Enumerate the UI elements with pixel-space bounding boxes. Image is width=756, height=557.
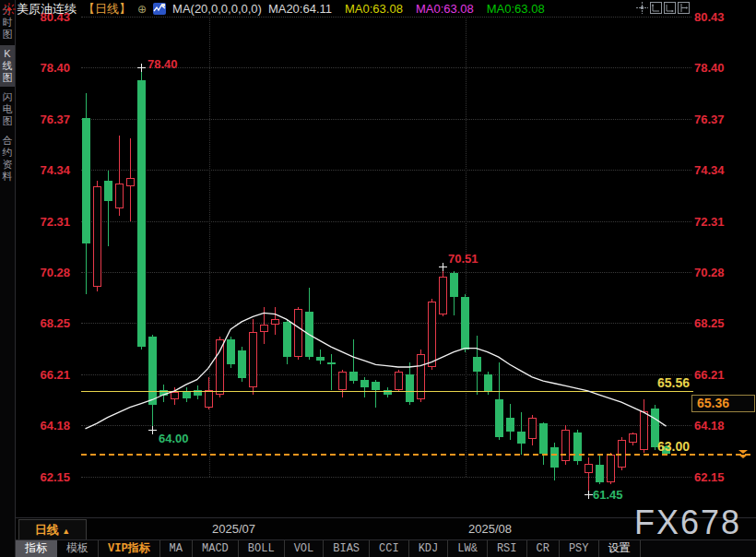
extreme-price-label: 78.40 xyxy=(148,57,178,71)
price-gridline xyxy=(81,221,691,222)
y-axis-label-right: 78.40 xyxy=(694,61,750,75)
candle-body xyxy=(205,390,213,408)
candle-body xyxy=(82,118,90,243)
candle-body xyxy=(406,374,414,402)
toolbar-item-模板[interactable]: 模板 xyxy=(57,540,99,557)
candle-body xyxy=(585,464,593,473)
candle-body xyxy=(316,357,325,361)
toolbar-item-MACD[interactable]: MACD xyxy=(193,540,239,557)
candle-body xyxy=(561,430,570,461)
cross-marker xyxy=(141,64,142,72)
y-axis-label-left: 74.34 xyxy=(18,163,70,177)
price-gridline xyxy=(81,323,691,324)
x-axis-label: 2025/08 xyxy=(468,522,512,536)
cross-marker xyxy=(588,491,589,499)
candle-body xyxy=(271,319,279,324)
candle-body xyxy=(428,302,436,367)
y-axis-label-right: 68.25 xyxy=(694,316,750,330)
candle-body xyxy=(607,455,615,482)
kline-chart-window: 分时图K线图闪电图合约资料 美原油连续 【日线】 ⊕ MA(20,0,0,0,0… xyxy=(0,0,756,557)
candle-body xyxy=(137,80,146,347)
y-axis-label-right: 64.18 xyxy=(694,419,750,433)
alert-burst-icon xyxy=(3,3,16,16)
candle-body xyxy=(372,382,380,389)
candle-body xyxy=(126,178,135,185)
kline-chart-icon[interactable] xyxy=(153,3,166,15)
ma-value: MA0:63.08 xyxy=(416,2,474,16)
y-axis-label-left: 78.40 xyxy=(18,61,70,75)
extreme-price-label: 64.00 xyxy=(159,432,189,445)
extreme-price-label: 61.45 xyxy=(593,488,623,502)
toolbar-item-CR[interactable]: CR xyxy=(527,540,560,557)
price-tag: 65.36 xyxy=(691,395,755,412)
shift-right-icon[interactable] xyxy=(678,2,690,14)
y-axis-label-right: 76.37 xyxy=(694,113,750,126)
candle-body xyxy=(473,357,481,372)
ma-legend-values: MA20:64.11MA0:63.08MA0:63.08MA0:63.08 xyxy=(268,2,558,16)
price-gridline xyxy=(81,272,691,273)
cross-marker xyxy=(443,263,443,271)
y-axis-label-left: 76.37 xyxy=(18,113,70,126)
add-overlay-icon[interactable]: ⊕ xyxy=(137,3,147,16)
toolbar-item-PSY[interactable]: PSY xyxy=(560,540,599,557)
double-down-triangle-icon[interactable] xyxy=(738,450,748,458)
candle-body xyxy=(528,418,537,439)
y-axis-scale-icon[interactable] xyxy=(650,2,662,14)
candle-body xyxy=(216,339,224,395)
move-crosshair-icon[interactable] xyxy=(636,2,648,14)
candle-body xyxy=(238,350,246,378)
price-gridline xyxy=(81,374,691,375)
toolbar-item-BIAS[interactable]: BIAS xyxy=(324,540,370,557)
toolbar-item-CCI[interactable]: CCI xyxy=(370,540,409,557)
period-tag: 【日线】 xyxy=(83,1,131,18)
candle-body xyxy=(573,433,582,461)
candle-body xyxy=(349,372,358,381)
toolbar-item-VIP指标[interactable]: VIP指标 xyxy=(99,540,160,557)
price-line-65.56[interactable] xyxy=(81,391,693,392)
y-axis-label-right: 62.15 xyxy=(694,470,750,484)
toolbar-item-指标[interactable]: 指标 xyxy=(16,540,57,557)
price-gridline xyxy=(81,170,691,171)
candlestick-plot-area[interactable]: 80.4380.4378.4078.4076.3776.3774.3474.34… xyxy=(0,0,756,557)
price-line-63.00[interactable] xyxy=(81,454,754,456)
x-axis-scale-icon[interactable] xyxy=(664,2,676,14)
candle-body xyxy=(104,181,112,201)
candle-body xyxy=(305,312,313,357)
chart-type-sidebar: 分时图K线图闪电图合约资料 xyxy=(0,0,16,557)
y-axis-label-left: 70.28 xyxy=(18,266,70,279)
candle-body xyxy=(360,380,369,387)
toolbar-item-BOLL[interactable]: BOLL xyxy=(239,540,285,557)
sidebar-item-合约资料[interactable]: 合约资料 xyxy=(0,132,15,185)
y-axis-label-right: 66.21 xyxy=(694,368,750,382)
y-axis-label-left: 72.31 xyxy=(18,215,70,229)
candle-body xyxy=(629,433,637,443)
candle-body xyxy=(171,392,179,399)
extreme-price-label: 70.51 xyxy=(448,252,478,266)
toolbar-item-设置[interactable]: 设置 xyxy=(599,540,641,557)
toolbar-item-MA[interactable]: MA xyxy=(160,540,193,557)
ma-value: MA20:64.11 xyxy=(268,2,332,16)
toolbar-item-RSI[interactable]: RSI xyxy=(488,540,527,557)
month-gridline xyxy=(466,17,467,477)
price-line-label: 63.00 xyxy=(645,439,690,454)
price-gridline xyxy=(81,17,691,18)
ma-value: MA0:63.08 xyxy=(345,2,403,16)
candle-body xyxy=(450,273,458,297)
candle-body xyxy=(338,372,347,389)
toolbar-item-LW&[interactable]: LW& xyxy=(448,540,488,557)
y-axis-label-left: 68.25 xyxy=(18,316,70,330)
month-gridline xyxy=(209,17,210,477)
price-gridline xyxy=(81,119,691,120)
period-selector-button[interactable]: 日线 ▲ xyxy=(18,519,87,540)
ma-value: MA0:63.08 xyxy=(487,2,545,16)
y-axis-label-right: 70.28 xyxy=(694,266,750,279)
symbol-title: 美原油连续 xyxy=(17,1,77,18)
sidebar-item-K线图[interactable]: K线图 xyxy=(0,45,15,87)
sidebar-item-闪电图[interactable]: 闪电图 xyxy=(0,89,15,130)
candle-body xyxy=(495,399,503,437)
toolbar-item-KDJ[interactable]: KDJ xyxy=(409,540,449,557)
price-gridline xyxy=(81,425,691,426)
toolbar-item-VOL[interactable]: VOL xyxy=(285,540,325,557)
candle-body xyxy=(294,309,302,357)
cross-marker xyxy=(152,426,153,434)
